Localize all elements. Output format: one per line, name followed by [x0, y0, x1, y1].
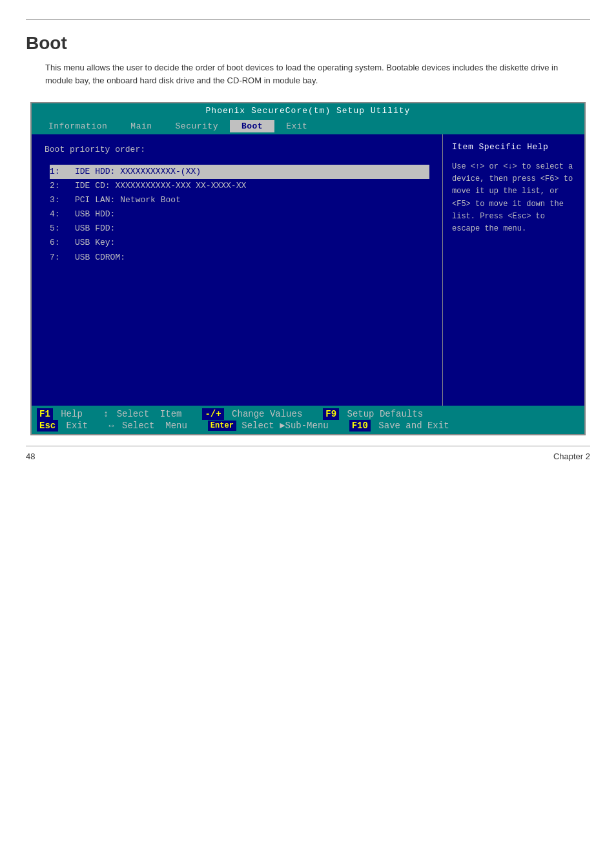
leftright-arrow-icon: ↔	[108, 421, 114, 431]
help-title: Item Specific Help	[452, 142, 575, 152]
status-select-item: ↕ Select Item	[103, 409, 190, 419]
bios-help-panel: Item Specific Help Use <↑> or <↓> to sel…	[442, 134, 584, 406]
esc-key: Esc	[37, 420, 58, 432]
menu-item-main[interactable]: Main	[119, 120, 163, 132]
boot-item-5-number: 5:	[50, 224, 60, 233]
f10-label: Save and Exit	[373, 421, 449, 431]
boot-item-3-name: PCI LAN: Network Boot	[75, 195, 181, 205]
boot-item-5[interactable]: 5: USB FDD:	[50, 222, 429, 236]
boot-item-6-number: 6:	[50, 238, 60, 247]
status-bar-row-1: F1 Help ↕ Select Item -/+ Change Values …	[37, 408, 579, 420]
bios-title-text: Phoenix SecureCore(tm) Setup Utility	[206, 106, 411, 116]
status-change-values: -/+ Change Values	[202, 408, 310, 420]
top-border	[26, 19, 590, 20]
f9-label: Setup Defaults	[342, 409, 423, 419]
menu-item-exit[interactable]: Exit	[274, 120, 319, 132]
boot-item-1-number: 1:	[50, 167, 60, 176]
boot-item-5-name: USB FDD:	[75, 224, 115, 233]
status-f9: F9 Setup Defaults	[323, 408, 431, 420]
status-esc: Esc Exit	[37, 420, 96, 432]
bios-status-bar: F1 Help ↕ Select Item -/+ Change Values …	[32, 406, 584, 434]
boot-item-2[interactable]: 2: IDE CD: XXXXXXXXXXX-XXX XX-XXXX-XX	[50, 179, 429, 193]
status-f1: F1 Help	[37, 408, 90, 420]
page-description: This menu allows the user to decide the …	[45, 61, 575, 87]
enter-label: Select ►Sub-Menu	[236, 421, 329, 431]
page-footer: 48 Chapter 2	[26, 446, 590, 461]
status-bar-row-2: Esc Exit ↔ Select Menu Enter Select ►Sub…	[37, 420, 579, 432]
chapter-label: Chapter 2	[553, 452, 590, 461]
boot-item-2-number: 2:	[50, 181, 60, 191]
select-item-label: Select Item	[111, 409, 181, 419]
menu-item-information[interactable]: Information	[37, 120, 119, 132]
help-text: Use <↑> or <↓> to select a device, then …	[452, 161, 575, 235]
boot-item-2-name: IDE CD: XXXXXXXXXXX-XXX XX-XXXX-XX	[75, 181, 246, 191]
updown-arrow-icon: ↕	[103, 409, 108, 419]
boot-item-3-number: 3:	[50, 195, 60, 205]
bios-menu-bar: Information Main Security Boot Exit	[32, 118, 584, 134]
bios-main-panel: Boot priority order: 1: IDE HDD: XXXXXXX…	[32, 134, 442, 406]
f1-key: F1	[37, 408, 53, 420]
f9-key: F9	[323, 408, 339, 420]
plusminus-key: -/+	[202, 408, 223, 420]
boot-item-7-name: USB CDROM:	[75, 253, 125, 262]
page-container: Boot This menu allows the user to decide…	[0, 0, 616, 474]
boot-priority-label: Boot priority order:	[45, 145, 429, 154]
boot-item-4-name: USB HDD:	[75, 209, 115, 219]
esc-label: Exit	[61, 421, 88, 431]
bios-title-bar: Phoenix SecureCore(tm) Setup Utility	[32, 103, 584, 118]
menu-item-boot[interactable]: Boot	[230, 120, 274, 132]
boot-items-list: 1: IDE HDD: XXXXXXXXXXX-(XX) 2: IDE CD: …	[45, 165, 429, 265]
bios-container: Phoenix SecureCore(tm) Setup Utility Inf…	[30, 102, 586, 435]
page-number: 48	[26, 452, 35, 461]
status-enter: Enter Select ►Sub-Menu	[208, 421, 336, 431]
enter-key: Enter	[208, 421, 236, 431]
bios-content: Boot priority order: 1: IDE HDD: XXXXXXX…	[32, 134, 584, 406]
f10-key: F10	[349, 420, 371, 432]
status-select-menu: ↔ Select Menu	[108, 421, 195, 431]
boot-item-1[interactable]: 1: IDE HDD: XXXXXXXXXXX-(XX)	[50, 165, 429, 179]
select-menu-label: Select Menu	[117, 421, 187, 431]
boot-item-7-number: 7:	[50, 253, 60, 262]
boot-item-4[interactable]: 4: USB HDD:	[50, 207, 429, 222]
boot-item-6-name: USB Key:	[75, 238, 115, 247]
boot-item-7[interactable]: 7: USB CDROM:	[50, 251, 429, 265]
f1-label: Help	[56, 409, 83, 419]
boot-item-1-name: IDE HDD: XXXXXXXXXXX-(XX)	[75, 167, 201, 176]
boot-item-6[interactable]: 6: USB Key:	[50, 236, 429, 250]
change-values-label: Change Values	[227, 409, 303, 419]
page-title: Boot	[26, 33, 590, 54]
boot-item-3[interactable]: 3: PCI LAN: Network Boot	[50, 193, 429, 207]
menu-item-security[interactable]: Security	[164, 120, 230, 132]
status-f10: F10 Save and Exit	[349, 420, 457, 432]
boot-item-4-number: 4:	[50, 209, 60, 219]
